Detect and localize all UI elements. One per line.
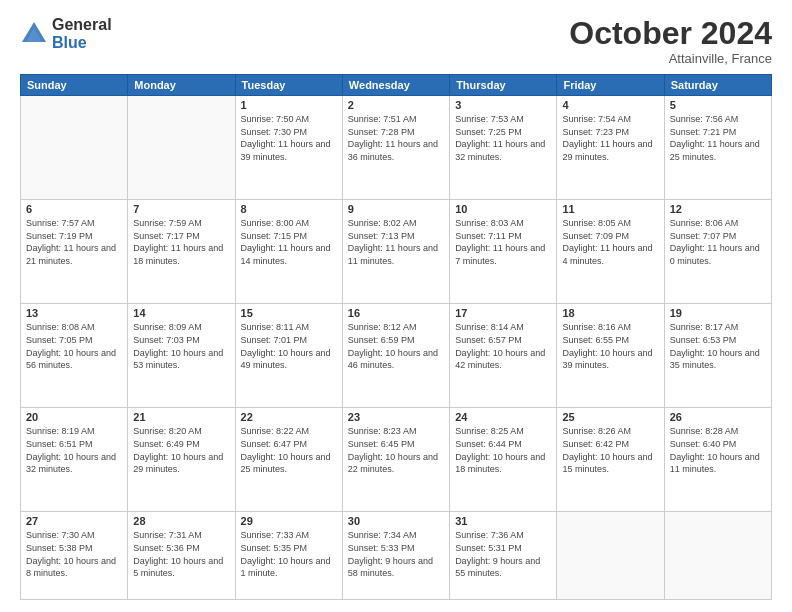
day-number: 19 <box>670 307 766 319</box>
day-detail: Sunrise: 8:03 AM Sunset: 7:11 PM Dayligh… <box>455 217 551 267</box>
day-detail: Sunrise: 8:28 AM Sunset: 6:40 PM Dayligh… <box>670 425 766 475</box>
table-row: 2Sunrise: 7:51 AM Sunset: 7:28 PM Daylig… <box>342 96 449 200</box>
table-row: 9Sunrise: 8:02 AM Sunset: 7:13 PM Daylig… <box>342 200 449 304</box>
day-number: 12 <box>670 203 766 215</box>
day-detail: Sunrise: 7:30 AM Sunset: 5:38 PM Dayligh… <box>26 529 122 579</box>
day-number: 27 <box>26 515 122 527</box>
table-row: 29Sunrise: 7:33 AM Sunset: 5:35 PM Dayli… <box>235 512 342 600</box>
table-row: 17Sunrise: 8:14 AM Sunset: 6:57 PM Dayli… <box>450 304 557 408</box>
table-row: 8Sunrise: 8:00 AM Sunset: 7:15 PM Daylig… <box>235 200 342 304</box>
day-detail: Sunrise: 8:22 AM Sunset: 6:47 PM Dayligh… <box>241 425 337 475</box>
table-row: 4Sunrise: 7:54 AM Sunset: 7:23 PM Daylig… <box>557 96 664 200</box>
header-sunday: Sunday <box>21 75 128 96</box>
day-detail: Sunrise: 7:50 AM Sunset: 7:30 PM Dayligh… <box>241 113 337 163</box>
day-number: 30 <box>348 515 444 527</box>
day-number: 22 <box>241 411 337 423</box>
table-row: 11Sunrise: 8:05 AM Sunset: 7:09 PM Dayli… <box>557 200 664 304</box>
day-detail: Sunrise: 8:09 AM Sunset: 7:03 PM Dayligh… <box>133 321 229 371</box>
table-row: 26Sunrise: 8:28 AM Sunset: 6:40 PM Dayli… <box>664 408 771 512</box>
logo-icon <box>20 20 48 48</box>
day-detail: Sunrise: 7:51 AM Sunset: 7:28 PM Dayligh… <box>348 113 444 163</box>
day-detail: Sunrise: 8:06 AM Sunset: 7:07 PM Dayligh… <box>670 217 766 267</box>
day-detail: Sunrise: 8:20 AM Sunset: 6:49 PM Dayligh… <box>133 425 229 475</box>
day-detail: Sunrise: 8:23 AM Sunset: 6:45 PM Dayligh… <box>348 425 444 475</box>
day-number: 21 <box>133 411 229 423</box>
table-row: 27Sunrise: 7:30 AM Sunset: 5:38 PM Dayli… <box>21 512 128 600</box>
table-row <box>664 512 771 600</box>
day-detail: Sunrise: 7:54 AM Sunset: 7:23 PM Dayligh… <box>562 113 658 163</box>
table-row: 3Sunrise: 7:53 AM Sunset: 7:25 PM Daylig… <box>450 96 557 200</box>
header-tuesday: Tuesday <box>235 75 342 96</box>
day-number: 4 <box>562 99 658 111</box>
day-detail: Sunrise: 7:31 AM Sunset: 5:36 PM Dayligh… <box>133 529 229 579</box>
day-number: 25 <box>562 411 658 423</box>
day-detail: Sunrise: 8:00 AM Sunset: 7:15 PM Dayligh… <box>241 217 337 267</box>
table-row: 7Sunrise: 7:59 AM Sunset: 7:17 PM Daylig… <box>128 200 235 304</box>
day-detail: Sunrise: 7:36 AM Sunset: 5:31 PM Dayligh… <box>455 529 551 579</box>
day-detail: Sunrise: 8:16 AM Sunset: 6:55 PM Dayligh… <box>562 321 658 371</box>
day-detail: Sunrise: 7:59 AM Sunset: 7:17 PM Dayligh… <box>133 217 229 267</box>
day-detail: Sunrise: 8:19 AM Sunset: 6:51 PM Dayligh… <box>26 425 122 475</box>
day-detail: Sunrise: 8:26 AM Sunset: 6:42 PM Dayligh… <box>562 425 658 475</box>
logo-text: General Blue <box>52 16 112 51</box>
day-number: 11 <box>562 203 658 215</box>
month-title: October 2024 <box>569 16 772 51</box>
table-row: 15Sunrise: 8:11 AM Sunset: 7:01 PM Dayli… <box>235 304 342 408</box>
day-number: 31 <box>455 515 551 527</box>
day-detail: Sunrise: 7:53 AM Sunset: 7:25 PM Dayligh… <box>455 113 551 163</box>
day-number: 8 <box>241 203 337 215</box>
day-number: 10 <box>455 203 551 215</box>
logo-general-text: General <box>52 16 112 34</box>
day-detail: Sunrise: 8:17 AM Sunset: 6:53 PM Dayligh… <box>670 321 766 371</box>
header-wednesday: Wednesday <box>342 75 449 96</box>
day-number: 14 <box>133 307 229 319</box>
day-number: 2 <box>348 99 444 111</box>
table-row: 5Sunrise: 7:56 AM Sunset: 7:21 PM Daylig… <box>664 96 771 200</box>
table-row: 20Sunrise: 8:19 AM Sunset: 6:51 PM Dayli… <box>21 408 128 512</box>
day-detail: Sunrise: 8:25 AM Sunset: 6:44 PM Dayligh… <box>455 425 551 475</box>
day-number: 28 <box>133 515 229 527</box>
day-number: 16 <box>348 307 444 319</box>
day-number: 18 <box>562 307 658 319</box>
table-row: 22Sunrise: 8:22 AM Sunset: 6:47 PM Dayli… <box>235 408 342 512</box>
table-row: 25Sunrise: 8:26 AM Sunset: 6:42 PM Dayli… <box>557 408 664 512</box>
day-number: 23 <box>348 411 444 423</box>
table-row: 13Sunrise: 8:08 AM Sunset: 7:05 PM Dayli… <box>21 304 128 408</box>
table-row: 31Sunrise: 7:36 AM Sunset: 5:31 PM Dayli… <box>450 512 557 600</box>
day-number: 7 <box>133 203 229 215</box>
day-detail: Sunrise: 8:12 AM Sunset: 6:59 PM Dayligh… <box>348 321 444 371</box>
day-detail: Sunrise: 7:57 AM Sunset: 7:19 PM Dayligh… <box>26 217 122 267</box>
header: General Blue October 2024 Attainville, F… <box>20 16 772 66</box>
table-row: 24Sunrise: 8:25 AM Sunset: 6:44 PM Dayli… <box>450 408 557 512</box>
day-detail: Sunrise: 7:34 AM Sunset: 5:33 PM Dayligh… <box>348 529 444 579</box>
table-row: 19Sunrise: 8:17 AM Sunset: 6:53 PM Dayli… <box>664 304 771 408</box>
table-row: 21Sunrise: 8:20 AM Sunset: 6:49 PM Dayli… <box>128 408 235 512</box>
day-number: 6 <box>26 203 122 215</box>
table-row: 18Sunrise: 8:16 AM Sunset: 6:55 PM Dayli… <box>557 304 664 408</box>
day-number: 9 <box>348 203 444 215</box>
day-number: 26 <box>670 411 766 423</box>
table-row: 30Sunrise: 7:34 AM Sunset: 5:33 PM Dayli… <box>342 512 449 600</box>
day-number: 17 <box>455 307 551 319</box>
day-detail: Sunrise: 7:33 AM Sunset: 5:35 PM Dayligh… <box>241 529 337 579</box>
day-detail: Sunrise: 7:56 AM Sunset: 7:21 PM Dayligh… <box>670 113 766 163</box>
table-row: 28Sunrise: 7:31 AM Sunset: 5:36 PM Dayli… <box>128 512 235 600</box>
table-row: 6Sunrise: 7:57 AM Sunset: 7:19 PM Daylig… <box>21 200 128 304</box>
table-row: 1Sunrise: 7:50 AM Sunset: 7:30 PM Daylig… <box>235 96 342 200</box>
location: Attainville, France <box>569 51 772 66</box>
day-number: 15 <box>241 307 337 319</box>
title-block: October 2024 Attainville, France <box>569 16 772 66</box>
table-row: 14Sunrise: 8:09 AM Sunset: 7:03 PM Dayli… <box>128 304 235 408</box>
table-row: 12Sunrise: 8:06 AM Sunset: 7:07 PM Dayli… <box>664 200 771 304</box>
day-number: 29 <box>241 515 337 527</box>
day-detail: Sunrise: 8:02 AM Sunset: 7:13 PM Dayligh… <box>348 217 444 267</box>
calendar-table: Sunday Monday Tuesday Wednesday Thursday… <box>20 74 772 600</box>
header-saturday: Saturday <box>664 75 771 96</box>
header-thursday: Thursday <box>450 75 557 96</box>
day-number: 13 <box>26 307 122 319</box>
table-row: 16Sunrise: 8:12 AM Sunset: 6:59 PM Dayli… <box>342 304 449 408</box>
table-row <box>21 96 128 200</box>
day-detail: Sunrise: 8:08 AM Sunset: 7:05 PM Dayligh… <box>26 321 122 371</box>
weekday-header-row: Sunday Monday Tuesday Wednesday Thursday… <box>21 75 772 96</box>
logo: General Blue <box>20 16 112 51</box>
